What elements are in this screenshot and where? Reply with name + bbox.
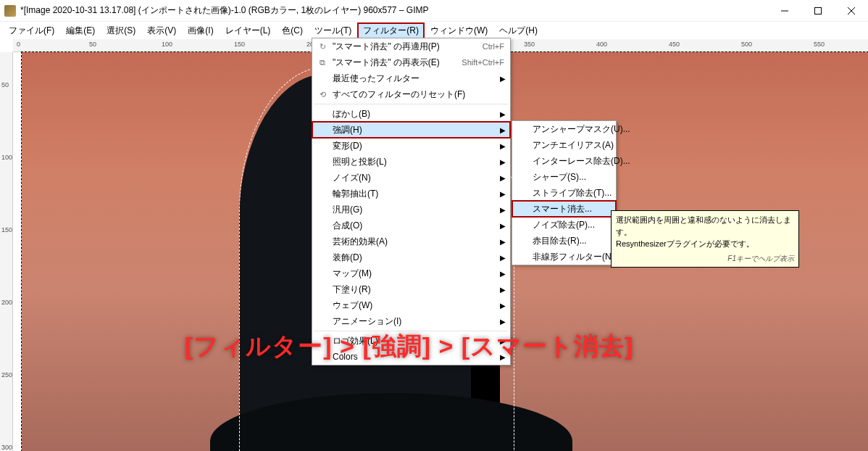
filters-menu-item[interactable]: ⧉"スマート消去" の再表示(E)Shift+Ctrl+F (312, 54, 510, 70)
menubar: ファイル(F) 編集(E) 選択(S) 表示(V) 画像(I) レイヤー(L) … (0, 22, 868, 39)
menu-item-label: ノイズ除去(P)... (533, 219, 610, 231)
menu-item-icon: ⧉ (317, 58, 328, 67)
menu-item-label: インターレース除去(D)... (533, 155, 630, 167)
menu-item-label: 汎用(G) (333, 204, 504, 216)
enhance-submenu-item[interactable]: ノイズ除去(P)... (512, 217, 616, 233)
chevron-right-icon: ▶ (500, 126, 506, 134)
menu-item-label: 非線形フィルター(N)... (533, 251, 622, 263)
gimp-app-icon (4, 5, 16, 17)
chevron-right-icon: ▶ (500, 142, 506, 150)
menu-item-shortcut: Shift+Ctrl+F (462, 58, 504, 67)
filters-menu-item[interactable]: 強調(H)▶ (312, 122, 510, 138)
menu-item-label: 照明と投影(L) (333, 156, 504, 168)
enhance-submenu-item[interactable]: アンチエイリアス(A) (512, 137, 616, 153)
menu-item-label: ウェブ(W) (333, 299, 504, 312)
menu-image[interactable]: 画像(I) (182, 22, 219, 39)
maximize-button[interactable] (801, 0, 835, 22)
menu-item-label: マップ(M) (333, 268, 504, 280)
menu-windows[interactable]: ウィンドウ(W) (425, 22, 493, 39)
filters-menu-item[interactable]: ぼかし(B)▶ (312, 106, 510, 122)
menu-file[interactable]: ファイル(F) (3, 22, 60, 39)
menu-item-label: シャープ(S)... (533, 171, 610, 183)
menu-item-label: スマート消去... (533, 203, 610, 215)
menu-item-label: "スマート消去" の再適用(P) (333, 41, 475, 53)
filters-menu-item[interactable]: アニメーション(I)▶ (312, 313, 510, 329)
tooltip-footer: F1キーでヘルプ表示 (616, 253, 794, 264)
chevron-right-icon: ▶ (500, 75, 506, 83)
chevron-right-icon: ▶ (500, 254, 506, 262)
chevron-right-icon: ▶ (500, 238, 506, 246)
annotation-overlay: [フィルター] > [強調] > [スマート消去] (185, 330, 633, 363)
menu-item-label: ぼかし(B) (333, 108, 504, 120)
filters-menu-item[interactable]: 照明と投影(L)▶ (312, 154, 510, 170)
menu-view[interactable]: 表示(V) (141, 22, 182, 39)
filters-menu-item[interactable]: ↻"スマート消去" の再適用(P)Ctrl+F (312, 38, 510, 54)
menu-filters[interactable]: フィルター(R) (357, 22, 425, 39)
menu-colors[interactable]: 色(C) (276, 22, 309, 39)
filters-menu-item[interactable]: 下塗り(R)▶ (312, 281, 510, 297)
filters-menu-item[interactable]: ノイズ(N)▶ (312, 170, 510, 186)
filters-menu-item[interactable]: 汎用(G)▶ (312, 202, 510, 218)
filters-menu-item[interactable]: 合成(O)▶ (312, 218, 510, 233)
filters-menu-item[interactable]: 装飾(D)▶ (312, 249, 510, 265)
menu-item-icon: ↻ (317, 42, 328, 51)
enhance-submenu-item[interactable]: アンシャープマスク(U)... (512, 121, 616, 137)
chevron-right-icon: ▶ (500, 286, 506, 294)
chevron-right-icon: ▶ (500, 190, 506, 198)
window-title: *[Image 2020-10-31 13.17.08] (インポートされた画像… (20, 4, 768, 17)
menu-item-label: 赤目除去(R)... (533, 235, 610, 247)
chevron-right-icon: ▶ (500, 206, 506, 214)
enhance-submenu-item[interactable]: 非線形フィルター(N)... (512, 249, 616, 265)
menu-item-label: 合成(O) (333, 220, 504, 232)
filters-menu-item[interactable]: 最近使ったフィルター▶ (312, 70, 510, 86)
menu-item-label: ストライプ除去(T)... (533, 187, 612, 199)
filters-menu-item[interactable]: マップ(M)▶ (312, 265, 510, 281)
menu-select[interactable]: 選択(S) (101, 22, 141, 39)
menu-item-label: 装飾(D) (333, 252, 504, 264)
menu-item-icon: ⟲ (317, 90, 328, 99)
menu-edit[interactable]: 編集(E) (60, 22, 101, 39)
menu-item-label: 強調(H) (333, 124, 504, 136)
filters-menu-item[interactable]: 輪郭抽出(T)▶ (312, 186, 510, 202)
tooltip-line: 選択範囲内を周囲と違和感のないように消去します。 (616, 214, 794, 238)
chevron-right-icon: ▶ (500, 222, 506, 230)
tooltip: 選択範囲内を周囲と違和感のないように消去します。 Resynthesizerプラ… (611, 210, 799, 268)
enhance-submenu-item[interactable]: シャープ(S)... (512, 169, 616, 185)
menu-item-label: 下塗り(R) (333, 284, 504, 296)
svg-rect-1 (815, 7, 822, 14)
menu-layer[interactable]: レイヤー(L) (220, 22, 277, 39)
enhance-submenu-item[interactable]: スマート消去... (512, 201, 616, 217)
enhance-submenu-item[interactable]: インターレース除去(D)... (512, 153, 616, 169)
titlebar: *[Image 2020-10-31 13.17.08] (インポートされた画像… (0, 0, 868, 22)
chevron-right-icon: ▶ (500, 158, 506, 166)
menu-item-label: 輪郭抽出(T) (333, 188, 504, 200)
enhance-submenu-item[interactable]: ストライプ除去(T)... (512, 185, 616, 201)
filters-menu-item[interactable]: 芸術的効果(A)▶ (312, 233, 510, 249)
filters-menu-item[interactable]: ⟲すべてのフィルターのリセット(F) (312, 86, 510, 102)
chevron-right-icon: ▶ (500, 302, 506, 310)
menu-item-label: アンチエイリアス(A) (533, 139, 614, 152)
chevron-right-icon: ▶ (500, 174, 506, 182)
menu-item-label: アニメーション(I) (333, 315, 504, 328)
menu-item-label: ノイズ(N) (333, 172, 504, 184)
enhance-submenu-dropdown: アンシャープマスク(U)...アンチエイリアス(A)インターレース除去(D)..… (512, 120, 617, 265)
menu-separator (314, 104, 508, 104)
menu-item-label: 最近使ったフィルター (333, 73, 504, 85)
chevron-right-icon: ▶ (500, 318, 506, 326)
filters-menu-item[interactable]: ウェブ(W)▶ (312, 297, 510, 313)
menu-item-label: "スマート消去" の再表示(E) (333, 57, 454, 69)
filters-menu-item[interactable]: 変形(D)▶ (312, 138, 510, 154)
menu-item-label: アンシャープマスク(U)... (533, 123, 630, 136)
filters-menu-dropdown: ↻"スマート消去" の再適用(P)Ctrl+F⧉"スマート消去" の再表示(E)… (312, 38, 511, 365)
menu-tools[interactable]: ツール(T) (309, 22, 357, 39)
ruler-vertical: 50 100 150 200 250 300 (0, 52, 13, 451)
close-button[interactable] (835, 0, 868, 22)
enhance-submenu-item[interactable]: 赤目除去(R)... (512, 233, 616, 249)
menu-item-label: すべてのフィルターのリセット(F) (333, 88, 504, 101)
chevron-right-icon: ▶ (500, 270, 506, 278)
window-buttons (768, 0, 868, 22)
minimize-button[interactable] (768, 0, 801, 22)
menu-help[interactable]: ヘルプ(H) (493, 22, 543, 39)
chevron-right-icon: ▶ (500, 110, 506, 118)
menu-item-label: 芸術的効果(A) (333, 236, 504, 248)
